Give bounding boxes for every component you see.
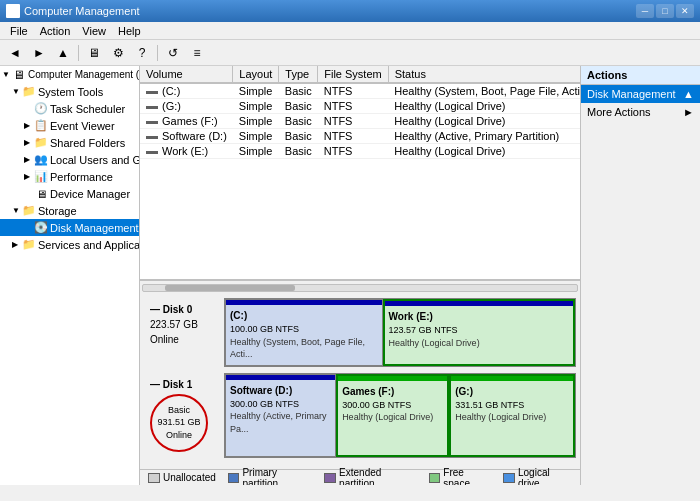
cell-volume: Software (D:) (140, 129, 233, 144)
toolbar-sep-1 (78, 45, 79, 61)
back-button[interactable]: ◄ (4, 43, 26, 63)
partition[interactable]: (G:) 331.51 GB NTFS Healthy (Logical Dri… (449, 374, 575, 457)
minimize-button[interactable]: ─ (636, 4, 654, 18)
users-icon: 👥 (34, 153, 48, 167)
forward-button[interactable]: ► (28, 43, 50, 63)
table-row[interactable]: Work (E:) Simple Basic NTFS Healthy (Log… (140, 144, 580, 159)
partition[interactable]: Games (F:) 300.00 GB NTFS Healthy (Logic… (336, 374, 449, 457)
tree-label-storage: Storage (38, 205, 77, 217)
tree-label-disk-management: Disk Management (50, 222, 139, 234)
tree-item-shared-folders[interactable]: ▶ 📁 Shared Folders (0, 134, 139, 151)
actions-selected-label: Disk Management (587, 88, 676, 100)
tree-label-task-scheduler: Task Scheduler (50, 103, 125, 115)
table-row[interactable]: Games (F:) Simple Basic NTFS Healthy (Lo… (140, 114, 580, 129)
legend-free: Free space (429, 467, 492, 486)
tree-item-device-manager[interactable]: 🖥 Device Manager (0, 185, 139, 202)
legend-label-logical: Logical drive (518, 467, 572, 486)
partition-size: 300.00 GB NTFS (342, 399, 443, 412)
legend-unallocated: Unallocated (148, 472, 216, 483)
col-header-status[interactable]: Status (388, 66, 580, 83)
legend-color-unallocated (148, 473, 160, 483)
show-hide-button[interactable]: 🖥 (83, 43, 105, 63)
window-title: Computer Management (24, 5, 140, 17)
disk-info: — Disk 0 223.57 GB Online (144, 298, 224, 367)
col-header-volume[interactable]: Volume (140, 66, 233, 83)
legend-bar: Unallocated Primary partition Extended p… (140, 469, 580, 485)
tree-label-performance: Performance (50, 171, 113, 183)
tree-item-event-viewer[interactable]: ▶ 📋 Event Viewer (0, 117, 139, 134)
partition-size: 100.00 GB NTFS (230, 323, 378, 336)
partition-bar (451, 376, 573, 381)
menu-help[interactable]: Help (112, 24, 147, 38)
partition[interactable]: Software (D:) 300.00 GB NTFS Healthy (Ac… (225, 374, 336, 457)
tree-label-event-viewer: Event Viewer (50, 120, 115, 132)
partition[interactable]: (C:) 100.00 GB NTFS Healthy (System, Boo… (225, 299, 383, 366)
window-controls[interactable]: ─ □ ✕ (636, 4, 694, 18)
up-button[interactable]: ▲ (52, 43, 74, 63)
tree-label-shared-folders: Shared Folders (50, 137, 125, 149)
cell-fs: NTFS (318, 129, 388, 144)
col-header-type[interactable]: Type (279, 66, 318, 83)
tree-panel: ▼ 🖥 Computer Management (Local ▼ 📁 Syste… (0, 66, 140, 485)
partition-name: (G:) (455, 385, 569, 399)
menu-file[interactable]: File (4, 24, 34, 38)
legend-color-extended (324, 473, 336, 483)
tree-item-services[interactable]: ▶ 📁 Services and Applications (0, 236, 139, 253)
tree-item-task-scheduler[interactable]: 🕐 Task Scheduler (0, 100, 139, 117)
actions-more-actions[interactable]: More Actions ► (581, 103, 700, 121)
title-bar-left: Computer Management (6, 4, 140, 18)
partition-bar (226, 300, 382, 305)
tree-item-computer[interactable]: ▼ 🖥 Computer Management (Local (0, 66, 139, 83)
maximize-button[interactable]: □ (656, 4, 674, 18)
svg-rect-0 (8, 6, 18, 14)
cell-layout: Simple (233, 83, 279, 99)
tree-item-storage[interactable]: ▼ 📁 Storage (0, 202, 139, 219)
col-header-layout[interactable]: Layout (233, 66, 279, 83)
menu-action[interactable]: Action (34, 24, 77, 38)
partition-bar (338, 376, 447, 381)
cell-type: Basic (279, 99, 318, 114)
legend-extended: Extended partition (324, 467, 416, 486)
tree-label-services: Services and Applications (38, 239, 140, 251)
disk-partitions: Software (D:) 300.00 GB NTFS Healthy (Ac… (224, 373, 576, 458)
help-button[interactable]: ? (131, 43, 153, 63)
menu-view[interactable]: View (76, 24, 112, 38)
actions-panel: Actions Disk Management ▲ More Actions ► (580, 66, 700, 485)
actions-selected-item: Disk Management ▲ (581, 85, 700, 103)
device-icon: 🖥 (34, 187, 48, 201)
partition-name: (C:) (230, 309, 378, 323)
expand-icon-shared: ▶ (24, 138, 34, 147)
cell-layout: Simple (233, 129, 279, 144)
partition[interactable]: Work (E:) 123.57 GB NTFS Healthy (Logica… (383, 299, 575, 366)
partition-detail: Healthy (Logical Drive) (455, 411, 569, 424)
close-button[interactable]: ✕ (676, 4, 694, 18)
partition-bar (226, 375, 335, 380)
properties-button[interactable]: ⚙ (107, 43, 129, 63)
tree-item-disk-management[interactable]: 💽 Disk Management (0, 219, 139, 236)
extra-button[interactable]: ≡ (186, 43, 208, 63)
disk-visual-container: — Disk 0 223.57 GB Online (C:) 100.00 GB… (140, 294, 580, 469)
partition-name: Software (D:) (230, 384, 331, 398)
disk-type-label: Basic 931.51 GB Online (150, 394, 208, 452)
refresh-button[interactable]: ↺ (162, 43, 184, 63)
content-area: Volume Layout Type File System Status Ca… (140, 66, 700, 485)
legend-logical: Logical drive (503, 467, 572, 486)
tree-item-performance[interactable]: ▶ 📊 Performance (0, 168, 139, 185)
col-header-fs[interactable]: File System (318, 66, 388, 83)
table-row[interactable]: (G:) Simple Basic NTFS Healthy (Logical … (140, 99, 580, 114)
cell-type: Basic (279, 114, 318, 129)
tree-item-local-users[interactable]: ▶ 👥 Local Users and Groups (0, 151, 139, 168)
expand-icon-perf: ▶ (24, 172, 34, 181)
tree-item-system-tools[interactable]: ▼ 📁 System Tools (0, 83, 139, 100)
table-row[interactable]: (C:) Simple Basic NTFS Healthy (System, … (140, 83, 580, 99)
legend-label-primary: Primary partition (242, 467, 312, 486)
partition-name: Games (F:) (342, 385, 443, 399)
disk-gb: 223.57 GB (150, 317, 218, 332)
disk-table-container[interactable]: Volume Layout Type File System Status Ca… (140, 66, 580, 280)
partition-detail: Healthy (Logical Drive) (342, 411, 443, 424)
cell-status: Healthy (Active, Primary Partition) (388, 129, 580, 144)
expand-icon-users: ▶ (24, 155, 34, 164)
table-row[interactable]: Software (D:) Simple Basic NTFS Healthy … (140, 129, 580, 144)
horizontal-scrollbar[interactable] (140, 280, 580, 294)
cell-volume: Games (F:) (140, 114, 233, 129)
